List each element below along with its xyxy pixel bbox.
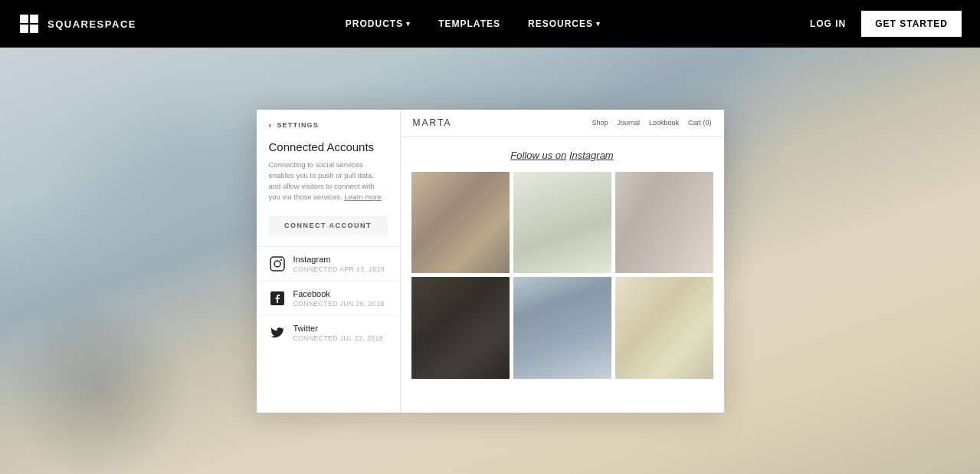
photo-cell-4 [411,277,510,379]
preview-nav-journal[interactable]: Journal [617,119,640,127]
brand-name: SQUARESPACE [48,18,136,30]
svg-rect-2 [20,25,28,33]
account-item-twitter[interactable]: Twitter CONNECTED JUL 13, 2018 [257,315,400,350]
twitter-info: Twitter CONNECTED JUL 13, 2018 [293,324,388,342]
nav-center: PRODUCTS ▾ TEMPLATES RESOURCES ▾ [346,18,601,29]
resources-chevron-icon: ▾ [596,20,601,28]
preview-brand-name: MARTA [413,117,452,128]
svg-rect-1 [30,15,38,23]
nav-templates[interactable]: TEMPLATES [438,18,500,29]
follow-platform: Instagram [569,150,614,161]
login-button[interactable]: LOG IN [810,18,846,29]
modal-overlay: ‹ SETTINGS Connected Accounts Connecting… [0,48,980,474]
photo-cell-2 [513,172,611,274]
account-list: Instagram CONNECTED APR 13, 2018 Faceboo… [257,246,400,413]
svg-point-6 [280,259,282,261]
account-item-facebook[interactable]: Facebook CONNECTED JUN 26, 2018 [257,281,400,315]
twitter-icon [269,324,286,341]
svg-rect-0 [20,15,28,23]
svg-rect-3 [30,25,38,33]
get-started-button[interactable]: GET STARTED [861,11,962,37]
preview-nav-cart[interactable]: Cart (0) [688,119,712,127]
instagram-info: Instagram CONNECTED APR 13, 2018 [293,255,388,273]
connect-account-button[interactable]: CONNECT ACCOUNT [269,216,388,235]
logo-icon [18,13,40,35]
navbar: SQUARESPACE PRODUCTS ▾ TEMPLATES RESOURC… [0,0,980,48]
photo-cell-6 [615,277,713,379]
panel-title: Connected Accounts [257,137,400,160]
preview-nav-lookbook[interactable]: Lookbook [649,119,679,127]
account-item-instagram[interactable]: Instagram CONNECTED APR 13, 2018 [257,246,400,281]
back-chevron-icon: ‹ [269,120,273,130]
products-chevron-icon: ▾ [406,20,411,28]
nav-right: LOG IN GET STARTED [810,11,962,37]
nav-products[interactable]: PRODUCTS ▾ [346,18,411,29]
svg-rect-4 [270,257,284,271]
learn-more-link[interactable]: Learn more [344,193,382,201]
photo-cell-5 [513,277,611,379]
instagram-icon [269,255,286,272]
follow-heading: Follow us on Instagram [411,150,713,161]
instagram-photo-grid [411,172,713,379]
panel-description: Connecting to social services enables yo… [257,160,400,212]
back-to-settings[interactable]: ‹ SETTINGS [257,110,400,137]
preview-panel: MARTA Shop Journal Lookbook Cart (0) Fol… [401,110,724,413]
photo-cell-1 [411,172,510,274]
facebook-info: Facebook CONNECTED JUN 26, 2018 [293,289,388,308]
settings-panel: ‹ SETTINGS Connected Accounts Connecting… [257,110,401,413]
photo-cell-3 [615,172,713,274]
preview-nav-links: Shop Journal Lookbook Cart (0) [592,119,711,127]
modal: ‹ SETTINGS Connected Accounts Connecting… [257,110,724,413]
brand-logo[interactable]: SQUARESPACE [18,13,136,35]
facebook-icon [269,290,286,307]
preview-navbar: MARTA Shop Journal Lookbook Cart (0) [401,110,724,137]
svg-point-5 [274,261,280,267]
nav-resources[interactable]: RESOURCES ▾ [528,18,601,29]
preview-nav-shop[interactable]: Shop [592,119,608,127]
preview-content: Follow us on Instagram [401,137,724,413]
